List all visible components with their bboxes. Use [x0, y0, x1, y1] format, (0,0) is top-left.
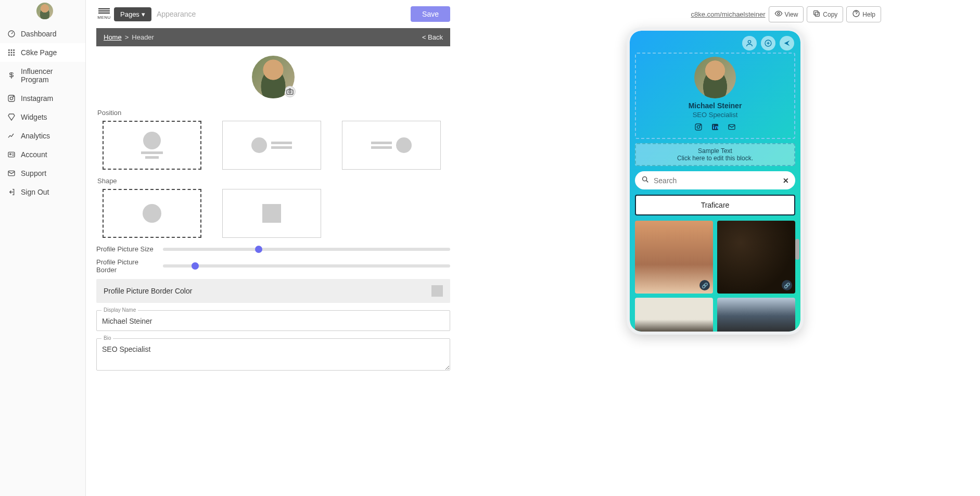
bio-input[interactable]: [96, 338, 450, 371]
svg-point-14: [10, 154, 11, 155]
preview-bio: SEO Specialist: [636, 111, 794, 119]
sidebar-item-influencer-program[interactable]: Influencer Program: [0, 62, 85, 89]
bio-label: Bio: [101, 335, 113, 341]
svg-point-29: [713, 125, 714, 126]
sidebar-item-label: Widgets: [21, 113, 47, 121]
svg-point-12: [13, 96, 14, 97]
save-button[interactable]: Save: [411, 6, 450, 22]
sidebar-item-label: Sign Out: [21, 188, 49, 196]
shape-option-square[interactable]: [222, 189, 321, 238]
profile-size-slider[interactable]: [163, 248, 450, 251]
link-icon: 🔗: [782, 280, 792, 290]
sidebar-item-instagram[interactable]: Instagram: [0, 89, 85, 108]
sidebar-item-label: Influencer Program: [21, 67, 78, 84]
search-input[interactable]: [654, 176, 779, 185]
sidebar-item-account[interactable]: Account: [0, 145, 85, 164]
svg-rect-13: [8, 152, 15, 157]
preview-avatar: [694, 57, 736, 98]
svg-point-11: [10, 97, 12, 99]
svg-rect-2: [11, 49, 12, 51]
pages-dropdown[interactable]: Pages ▾: [114, 7, 151, 21]
border-color-label: Profile Picture Border Color: [104, 287, 192, 295]
sidebar-item-sign-out[interactable]: Sign Out: [0, 183, 85, 201]
svg-rect-9: [13, 54, 15, 56]
linkedin-icon[interactable]: [711, 123, 719, 133]
sample-title: Sample Text: [639, 147, 791, 155]
border-color-row[interactable]: Profile Picture Border Color: [96, 279, 450, 303]
display-name-label: Display Name: [101, 307, 138, 313]
breadcrumb-home[interactable]: Home: [104, 33, 122, 41]
breadcrumb-separator: >: [125, 33, 129, 41]
preview-share-icon[interactable]: [780, 36, 794, 50]
svg-rect-5: [11, 52, 12, 54]
preview-search[interactable]: ✕: [635, 171, 795, 189]
svg-rect-16: [287, 90, 293, 95]
sidebar-item-label: Instagram: [21, 94, 53, 103]
grid-icon: [7, 48, 16, 57]
menu-button[interactable]: MENU: [96, 6, 112, 22]
preview-grid-item[interactable]: [635, 298, 713, 332]
display-name-input[interactable]: [96, 310, 450, 331]
preview-header-block[interactable]: Michael Steiner SEO Specialist: [635, 53, 795, 139]
sample-sub: Click here to edit this block.: [639, 155, 791, 162]
chevron-down-icon: ▾: [142, 10, 145, 18]
preview-sample-block[interactable]: Sample Text Click here to edit this bloc…: [635, 143, 795, 166]
sidebar-item-label: Account: [21, 150, 47, 159]
help-icon: [852, 9, 860, 19]
clear-icon[interactable]: ✕: [783, 176, 789, 185]
copy-button[interactable]: Copy: [807, 6, 843, 22]
position-option-right[interactable]: [342, 121, 441, 170]
preview-name: Michael Steiner: [636, 101, 794, 110]
eye-icon: [774, 9, 783, 19]
search-icon: [641, 175, 650, 185]
sidebar-item-label: Analytics: [21, 132, 50, 140]
position-option-left[interactable]: [222, 121, 321, 170]
gauge-icon: [7, 30, 16, 38]
scrollbar[interactable]: [795, 239, 799, 260]
shape-label: Shape: [96, 177, 450, 185]
pages-label: Pages: [120, 10, 139, 18]
svg-point-17: [289, 91, 291, 93]
position-option-center[interactable]: [103, 121, 201, 170]
profile-border-slider[interactable]: [163, 264, 450, 268]
svg-rect-20: [814, 11, 818, 15]
sidebar-item-analytics[interactable]: Analytics: [0, 126, 85, 145]
mail-icon[interactable]: [728, 123, 736, 133]
avatar[interactable]: [36, 3, 53, 19]
id-card-icon: [7, 150, 16, 159]
shape-option-circle[interactable]: [103, 189, 201, 238]
view-button[interactable]: View: [769, 6, 804, 22]
preview-grid-item[interactable]: 🔗: [717, 221, 795, 294]
help-button[interactable]: Help: [846, 6, 881, 22]
preview-add-icon[interactable]: [761, 36, 775, 50]
svg-rect-7: [8, 54, 10, 56]
profile-picture[interactable]: [252, 56, 295, 98]
instagram-icon: [7, 94, 16, 103]
instagram-icon[interactable]: [694, 123, 703, 133]
sidebar-item-c8ke-page[interactable]: C8ke Page: [0, 43, 85, 62]
profile-url-link[interactable]: c8ke.com/michaelsteiner: [691, 10, 765, 18]
svg-point-25: [697, 125, 699, 128]
preview-grid-item[interactable]: [717, 298, 795, 332]
sidebar-item-label: Support: [21, 169, 46, 177]
sidebar-item-support[interactable]: Support: [0, 164, 85, 183]
svg-rect-8: [11, 54, 12, 56]
svg-point-18: [778, 12, 780, 15]
chart-icon: [7, 132, 16, 140]
profile-border-label: Profile Picture Border: [96, 258, 154, 274]
sidebar-item-dashboard[interactable]: Dashboard: [0, 24, 85, 43]
breadcrumb-current: Header: [132, 33, 154, 41]
preview-traficare-button[interactable]: Traficare: [635, 195, 795, 215]
camera-icon[interactable]: [284, 86, 296, 97]
back-button[interactable]: < Back: [422, 33, 443, 41]
preview-grid-item[interactable]: 🔗: [635, 221, 713, 294]
svg-point-31: [643, 177, 647, 181]
color-swatch[interactable]: [431, 285, 443, 297]
svg-rect-1: [8, 49, 10, 51]
breadcrumb: Home > Header < Back: [96, 28, 450, 46]
position-label: Position: [96, 109, 450, 117]
preview-profile-icon[interactable]: [742, 36, 757, 50]
svg-rect-28: [713, 126, 714, 129]
sidebar-item-label: C8ke Page: [21, 48, 57, 57]
sidebar-item-widgets[interactable]: Widgets: [0, 108, 85, 126]
